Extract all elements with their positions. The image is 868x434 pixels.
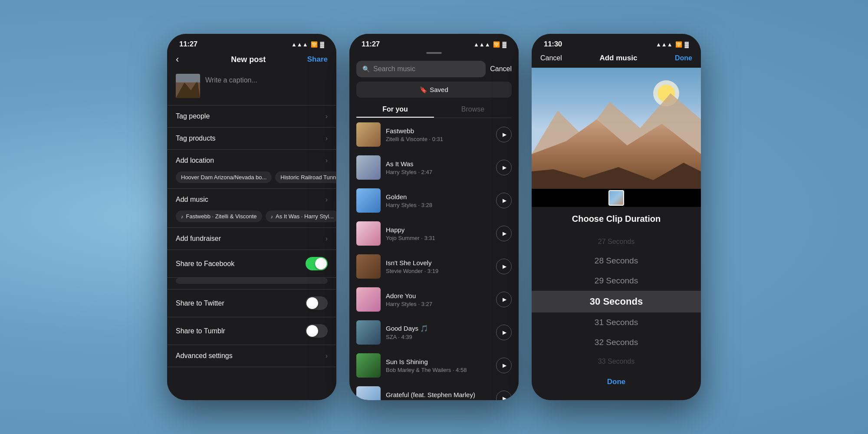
- menu-label-add-location: Add location: [176, 157, 214, 164]
- music-meta-2: Harry Styles · 2:47: [386, 169, 491, 175]
- battery-icon-2: ▓: [503, 41, 506, 48]
- music-info-6: Adore You Harry Styles · 3:27: [386, 292, 491, 307]
- play-button-6[interactable]: ▶: [496, 292, 512, 307]
- music-info-8: Sun Is Shining Bob Marley & The Wailers …: [386, 358, 491, 373]
- list-item[interactable]: Golden Harry Styles · 3:28 ▶: [349, 184, 519, 217]
- music-info-2: As It Was Harry Styles · 2:47: [386, 160, 491, 175]
- chevron-icon-add-fundraiser: ›: [326, 235, 328, 243]
- list-item[interactable]: Adore You Harry Styles · 3:27 ▶: [349, 283, 519, 316]
- wifi-icon-2: 🛜: [493, 41, 500, 48]
- music-meta-4: Yojo Summer · 3:31: [386, 235, 491, 241]
- search-icon: 🔍: [362, 66, 370, 72]
- list-item[interactable]: Grateful (feat. Stephen Marley) Agent Sa…: [349, 382, 519, 400]
- menu-item-add-location[interactable]: Add location ›: [167, 150, 336, 171]
- toggle-twitter[interactable]: [306, 296, 328, 310]
- album-art-2: [356, 155, 381, 180]
- choose-clip-section: Choose Clip Duration 27 Seconds 28 Secon…: [532, 207, 701, 400]
- music-chips: ♪ Fastwebb · Zitelli & Visconte ♪ As It …: [167, 210, 336, 227]
- duration-item-28[interactable]: 28 Seconds: [532, 251, 701, 271]
- tab-for-you[interactable]: For you: [356, 101, 434, 118]
- search-bar[interactable]: 🔍 Search music: [356, 61, 486, 77]
- toggle-tumblr[interactable]: [306, 324, 328, 338]
- screen3-page-title: Add music: [599, 54, 637, 62]
- nav-bar-1: ‹ New post Share: [167, 52, 336, 70]
- play-button-4[interactable]: ▶: [496, 226, 512, 241]
- list-item[interactable]: Sun Is Shining Bob Marley & The Wailers …: [349, 349, 519, 382]
- back-button[interactable]: ‹: [176, 54, 190, 65]
- screen3-nav: Cancel Add music Done: [532, 52, 701, 68]
- list-item[interactable]: Isn't She Lovely Stevie Wonder · 3:19 ▶: [349, 250, 519, 283]
- duration-item-30[interactable]: 30 Seconds: [532, 291, 701, 312]
- search-bar-container: 🔍 Search music Cancel: [349, 56, 519, 82]
- menu-item-tag-products[interactable]: Tag products ›: [167, 128, 336, 150]
- album-art-5: [356, 254, 381, 279]
- menu-item-add-fundraiser[interactable]: Add fundraiser ›: [167, 228, 336, 250]
- status-icons-1: ▲▲▲ 🛜 ▓: [291, 41, 324, 48]
- toggle-facebook[interactable]: [306, 257, 328, 270]
- tab-browse-label: Browse: [461, 105, 484, 113]
- menu-item-add-music[interactable]: Add music ›: [167, 189, 336, 210]
- list-item[interactable]: As It Was Harry Styles · 2:47 ▶: [349, 151, 519, 184]
- duration-item-29[interactable]: 29 Seconds: [532, 271, 701, 291]
- screen3: 11:30 ▲▲▲ 🛜 ▓ Cancel Add music Done: [532, 34, 701, 400]
- svg-rect-2: [176, 74, 200, 82]
- music-title-9: Grateful (feat. Stephen Marley): [386, 391, 491, 398]
- phone-2: 11:27 ▲▲▲ 🛜 ▓ 🔍 Search music Cancel: [349, 34, 519, 400]
- menu-item-tag-people[interactable]: Tag people ›: [167, 105, 336, 128]
- music-note-icon-2: ♪: [271, 214, 273, 219]
- screen3-done-button-bottom[interactable]: Done: [600, 371, 633, 393]
- play-button-2[interactable]: ▶: [496, 160, 512, 175]
- wifi-icon-1: 🛜: [311, 41, 318, 48]
- play-button-8[interactable]: ▶: [496, 358, 512, 373]
- menu-label-add-fundraiser: Add fundraiser: [176, 235, 221, 243]
- album-art-7: [356, 320, 381, 345]
- list-item[interactable]: Good Days 🎵 SZA · 4:39 ▶: [349, 316, 519, 349]
- music-meta-3: Harry Styles · 3:28: [386, 202, 491, 208]
- landscape-photo: [532, 68, 701, 189]
- status-bar-1: 11:27 ▲▲▲ 🛜 ▓: [167, 34, 336, 52]
- saved-button[interactable]: 🔖 Saved: [356, 82, 512, 98]
- status-time-3: 11:30: [544, 40, 562, 49]
- toggle-knob-twitter: [306, 297, 318, 309]
- menu-item-advanced-settings[interactable]: Advanced settings ›: [167, 345, 336, 367]
- caption-input[interactable]: Write a caption...: [205, 74, 257, 84]
- toggle-row-twitter: Share to Twitter: [167, 289, 336, 317]
- chevron-icon-advanced-settings: ›: [326, 352, 328, 360]
- screen3-done-button-top[interactable]: Done: [675, 54, 692, 62]
- album-art-3: [356, 188, 381, 213]
- music-title-7: Good Days 🎵: [386, 325, 491, 332]
- music-info-1: Fastwebb Zitelli & Visconte · 0:31: [386, 127, 491, 142]
- music-info-7: Good Days 🎵 SZA · 4:39: [386, 325, 491, 340]
- search-input[interactable]: Search music: [373, 65, 415, 73]
- search-cancel-button[interactable]: Cancel: [490, 65, 512, 73]
- play-button-5[interactable]: ▶: [496, 259, 512, 274]
- signal-icon-1: ▲▲▲: [291, 41, 308, 48]
- music-info-5: Isn't She Lovely Stevie Wonder · 3:19: [386, 259, 491, 274]
- music-title-3: Golden: [386, 193, 491, 201]
- music-meta-1: Zitelli & Visconte · 0:31: [386, 136, 491, 142]
- chevron-icon-tag-people: ›: [326, 112, 328, 120]
- play-button-3[interactable]: ▶: [496, 193, 512, 208]
- duration-item-33[interactable]: 33 Seconds: [532, 352, 701, 371]
- list-item[interactable]: Fastwebb Zitelli & Visconte · 0:31 ▶: [349, 118, 519, 151]
- play-button-1[interactable]: ▶: [496, 127, 512, 142]
- share-button[interactable]: Share: [307, 55, 328, 64]
- duration-item-27[interactable]: 27 Seconds: [532, 233, 701, 251]
- play-button-9[interactable]: ▶: [496, 391, 512, 400]
- music-chip-1[interactable]: ♪ Fastwebb · Zitelli & Visconte: [176, 210, 262, 222]
- thumbnail-strip: [532, 189, 701, 207]
- duration-item-32[interactable]: 32 Seconds: [532, 332, 701, 352]
- location-chip-2[interactable]: Historic Railroad Tunnel: [275, 171, 336, 183]
- tab-browse[interactable]: Browse: [434, 101, 512, 118]
- screen3-cancel-button[interactable]: Cancel: [540, 54, 562, 62]
- play-button-7[interactable]: ▶: [496, 325, 512, 340]
- status-bar-2: 11:27 ▲▲▲ 🛜 ▓: [349, 34, 519, 52]
- music-chip-2[interactable]: ♪ As It Was · Harry Styl...: [266, 210, 336, 222]
- album-art-6: [356, 287, 381, 312]
- music-title-8: Sun Is Shining: [386, 358, 491, 365]
- screens-container: 11:27 ▲▲▲ 🛜 ▓ ‹ New post Share: [167, 34, 701, 400]
- list-item[interactable]: Happy Yojo Summer · 3:31 ▶: [349, 217, 519, 250]
- duration-item-31[interactable]: 31 Seconds: [532, 312, 701, 332]
- music-meta-7: SZA · 4:39: [386, 334, 491, 340]
- location-chip-1[interactable]: Hoover Dam Arizona/Nevada bo...: [176, 171, 272, 183]
